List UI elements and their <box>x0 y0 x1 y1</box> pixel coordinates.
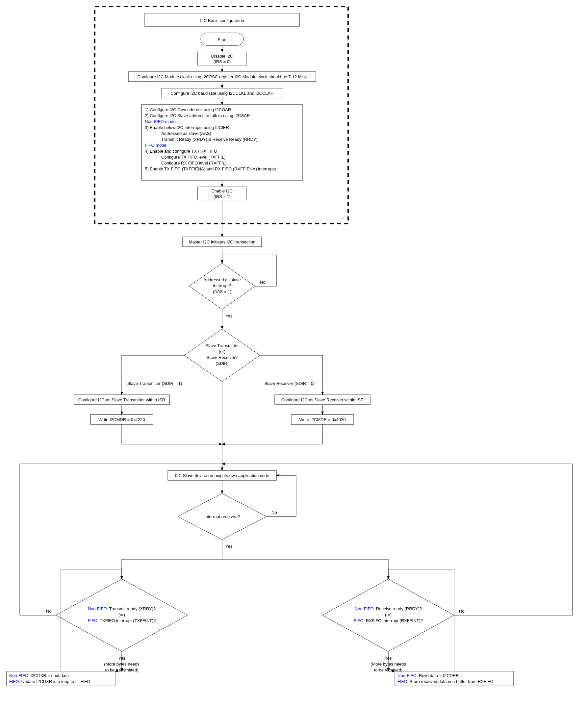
rx-yes-label: Yes <box>385 656 392 661</box>
cfg4: 4) Enable and configure TX / RX FIFO <box>145 149 217 154</box>
cfg4b: Configure RX FIFO level (RXFFIL) <box>161 161 227 165</box>
fifo-mode: FIFO mode <box>145 143 166 148</box>
int-recv-text: Interrupt received? <box>204 514 240 519</box>
tx-branch-label: Slave Transmitter (SDIR = 1) <box>127 381 182 386</box>
enable-l1: Enable I2C <box>211 189 233 193</box>
rx-branch <box>260 355 322 395</box>
int-no-label: No <box>271 510 277 515</box>
tx-d1: Non-FIFO: Transmit ready (XRDY)? <box>88 606 156 611</box>
cfg3b: Transmit Ready (XRDY) & Receive Ready (R… <box>161 137 258 142</box>
rx-d1: Non-FIFO: Receive ready (RRDY)? <box>355 606 422 611</box>
sdir-l3: Slave Receiver? <box>207 355 238 360</box>
cfg-rx-text: Configure I2C as Slave Receiver within I… <box>281 397 364 402</box>
cfg-baud-text: Configure I2C baud rate using I2CCLKL an… <box>170 91 273 96</box>
int-no-loop <box>267 475 296 516</box>
cfg3a: Addressed as slave (AAS) <box>161 131 211 136</box>
more-rx-1: (More bytes needs <box>370 662 406 667</box>
aas-l2: interrupt? <box>213 283 231 288</box>
tx-join <box>122 424 222 444</box>
tx-branch <box>122 355 184 395</box>
tx-d3: FIFO: TXFIFO interrupt (TXFFINT)? <box>87 618 156 623</box>
aas-l1: Addressed as slave <box>203 277 240 282</box>
cfg1: 1) Configure I2C Own address using I2COA… <box>145 107 231 112</box>
more-tx-1: (More bytes needs <box>104 662 140 667</box>
title-text: I2C Basic configuration <box>200 18 244 23</box>
more-tx-2: to be transmitted) <box>105 668 138 672</box>
aas-no-label: No <box>260 280 266 284</box>
app-code-text: I2C Slave device running its own applica… <box>175 473 269 478</box>
non-fifo-mode: Non-FIFO mode <box>145 119 176 124</box>
more-rx-2: to be received) <box>374 668 402 672</box>
cfg5: 5) Enable TX FIFO (TXFFIENA) and RX FIFO… <box>145 166 276 171</box>
cfg2: 2) Configure I2C Slave address to talk t… <box>145 113 250 118</box>
rx-branch-label: Slave Receiver (SDIR = 0) <box>265 381 315 386</box>
sdir-l2: (or) <box>219 349 225 354</box>
tx-act1: Non-FIFO: I2CDXR = next data <box>9 673 69 678</box>
sdir-l1: Slave Transmitter <box>205 343 239 348</box>
write-tx-text: Write I2CMDR = 0x4220 <box>99 417 145 422</box>
start-text: Start <box>218 37 227 42</box>
write-rx-text: Write I2CMDR = 0x4020 <box>299 417 346 422</box>
rx-d3: FIFO: RXFIFO interrupt (RXFFINT)? <box>354 618 423 623</box>
sdir-l4: (SDIR) <box>215 361 229 366</box>
enable-l2: (IRS = 1) <box>213 194 231 199</box>
tx-yes-label: Yes <box>118 656 125 661</box>
disable-l1: Disable I2C <box>211 54 233 58</box>
tx-no-label: No <box>46 609 52 614</box>
disable-l2: (IRS = 0) <box>213 59 231 64</box>
int-yes-label: Yes <box>225 544 233 549</box>
rx-act2: FIFO: Store received data in a buffer fr… <box>397 679 494 684</box>
rx-act1: Non-FIFO: Rcvd data = I2CDRR <box>397 673 459 678</box>
cfg4a: Configure TX FIFO level (TXFFIL) <box>161 155 226 160</box>
cfg-clock-text: Configure I2C Module clock using I2CPSC … <box>137 74 307 79</box>
aas-yes-label: Yes <box>225 314 233 318</box>
aas-l3: (AAS = 1) <box>213 289 232 294</box>
rx-no-label: No <box>459 609 465 614</box>
rx-join <box>222 424 322 444</box>
tx-d2: (or) <box>118 612 125 617</box>
rx-d2: (or) <box>385 612 392 617</box>
cfg-tx-text: Configure I2C as Slave Transmitter withi… <box>78 397 165 402</box>
master-init-text: Master I2C initiates I2C transaction <box>189 239 255 244</box>
cfg3: 3) Enable below I2C Interrupts using I2C… <box>145 125 229 130</box>
tx-act2: FIFO: Update I2CDXR in a loop to fill FI… <box>9 679 90 684</box>
